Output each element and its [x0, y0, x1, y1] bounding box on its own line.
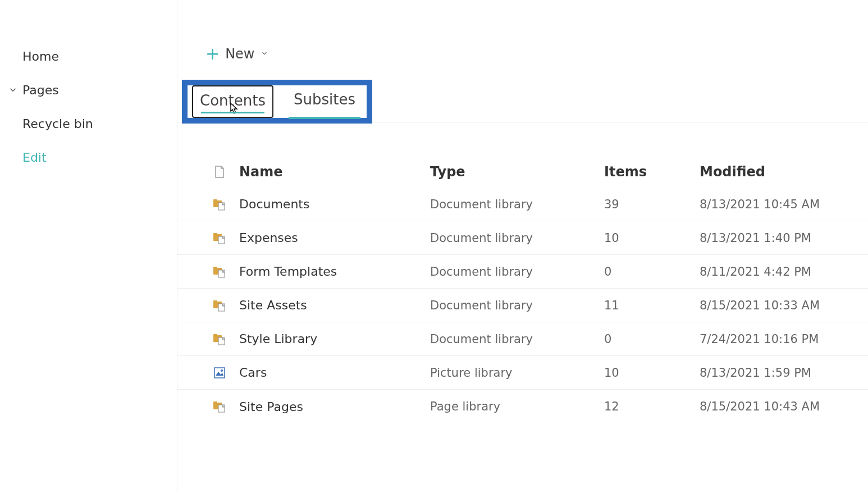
tab-subsites[interactable]: Subsites: [287, 85, 362, 118]
table-row[interactable]: DocumentsDocument library398/13/2021 10:…: [177, 188, 868, 221]
col-header-modified[interactable]: Modified: [700, 164, 868, 180]
tab-label: Subsites: [294, 91, 355, 108]
row-name[interactable]: Site Pages: [239, 400, 430, 414]
sidebar-item-home[interactable]: Home: [0, 39, 177, 73]
svg-rect-1: [213, 199, 217, 202]
row-type: Document library: [430, 265, 604, 279]
new-button[interactable]: + New: [200, 42, 274, 66]
document-library-icon: [213, 198, 226, 211]
sidebar: Home Pages Recycle bin Edit: [0, 0, 177, 493]
col-header-name[interactable]: Name: [239, 164, 430, 180]
sidebar-item-recycle-bin[interactable]: Recycle bin: [0, 107, 177, 140]
row-name[interactable]: Site Assets: [239, 298, 430, 312]
table-row[interactable]: ExpensesDocument library108/13/2021 1:40…: [177, 221, 868, 255]
document-library-icon: [200, 266, 239, 278]
toolbar: + New: [177, 37, 868, 71]
row-name[interactable]: Documents: [239, 197, 430, 211]
sidebar-edit-label: Edit: [22, 150, 47, 165]
document-library-icon: [213, 299, 226, 312]
document-library-icon: [213, 232, 226, 244]
row-modified: 7/24/2021 10:16 PM: [700, 332, 868, 346]
row-type: Page library: [430, 400, 604, 413]
row-modified: 8/11/2021 4:42 PM: [700, 265, 868, 279]
sidebar-item-label: Home: [22, 49, 59, 63]
row-name[interactable]: Form Templates: [239, 264, 430, 279]
row-items: 12: [604, 400, 700, 413]
main-content: + New Contents Subsites: [177, 0, 868, 493]
plus-icon: +: [205, 45, 220, 62]
row-modified: 8/13/2021 1:40 PM: [700, 231, 868, 245]
row-items: 0: [604, 265, 700, 279]
sidebar-item-label: Pages: [22, 83, 59, 97]
row-type: Document library: [430, 198, 604, 211]
table-row[interactable]: Form TemplatesDocument library08/11/2021…: [177, 255, 868, 289]
row-items: 11: [604, 299, 700, 312]
document-library-icon: [213, 266, 226, 278]
svg-rect-7: [213, 267, 217, 269]
row-type: Document library: [430, 231, 604, 245]
document-library-icon: [200, 400, 239, 413]
page: Home Pages Recycle bin Edit + New: [0, 0, 868, 493]
row-items: 10: [604, 366, 700, 380]
sidebar-edit-link[interactable]: Edit: [0, 140, 177, 174]
row-modified: 8/15/2021 10:33 AM: [700, 299, 868, 312]
col-header-type[interactable]: Type: [430, 164, 604, 180]
new-button-label: New: [225, 46, 254, 62]
table-row[interactable]: Style LibraryDocument library07/24/2021 …: [177, 322, 868, 356]
svg-rect-4: [213, 233, 217, 235]
file-icon-header: [200, 165, 239, 179]
row-modified: 8/13/2021 1:59 PM: [700, 366, 868, 380]
row-type: Document library: [430, 332, 604, 346]
document-library-icon: [200, 232, 239, 244]
sidebar-item-label: Recycle bin: [22, 117, 93, 131]
table-row[interactable]: Site PagesPage library128/15/2021 10:43 …: [177, 390, 868, 423]
tabs: Contents Subsites: [188, 85, 367, 118]
row-name[interactable]: Cars: [239, 366, 430, 380]
document-library-icon: [213, 333, 226, 345]
row-type: Picture library: [430, 366, 604, 380]
tabs-highlight-box: Contents Subsites: [182, 80, 372, 124]
table-header-row: Name Type Items Modified: [177, 156, 868, 188]
table-row[interactable]: CarsPicture library108/13/2021 1:59 PM: [177, 356, 868, 390]
cursor-pointer-icon: [227, 102, 239, 120]
row-modified: 8/15/2021 10:43 AM: [700, 400, 868, 413]
row-name[interactable]: Style Library: [239, 332, 430, 346]
svg-rect-13: [213, 334, 217, 336]
row-items: 39: [604, 198, 700, 211]
svg-rect-19: [213, 401, 217, 404]
table-row[interactable]: Site AssetsDocument library118/15/2021 1…: [177, 289, 868, 322]
picture-library-icon: [213, 367, 226, 379]
row-items: 0: [604, 332, 700, 346]
picture-library-icon: [200, 367, 239, 379]
svg-point-17: [221, 369, 223, 372]
chevron-down-icon: [3, 85, 22, 95]
contents-table: Name Type Items Modified DocumentsDocume…: [177, 156, 868, 423]
document-library-icon: [200, 198, 239, 211]
tab-contents[interactable]: Contents: [192, 85, 273, 118]
col-header-items[interactable]: Items: [604, 164, 700, 180]
table-body: DocumentsDocument library398/13/2021 10:…: [177, 188, 868, 423]
chevron-down-icon: [261, 49, 268, 59]
row-type: Document library: [430, 299, 604, 312]
svg-rect-15: [214, 368, 225, 378]
document-library-icon: [213, 400, 226, 413]
document-library-icon: [200, 299, 239, 312]
document-library-icon: [200, 333, 239, 345]
svg-rect-10: [213, 300, 217, 303]
row-items: 10: [604, 231, 700, 245]
row-modified: 8/13/2021 10:45 AM: [700, 198, 868, 211]
row-name[interactable]: Expenses: [239, 231, 430, 245]
sidebar-item-pages[interactable]: Pages: [0, 73, 177, 107]
